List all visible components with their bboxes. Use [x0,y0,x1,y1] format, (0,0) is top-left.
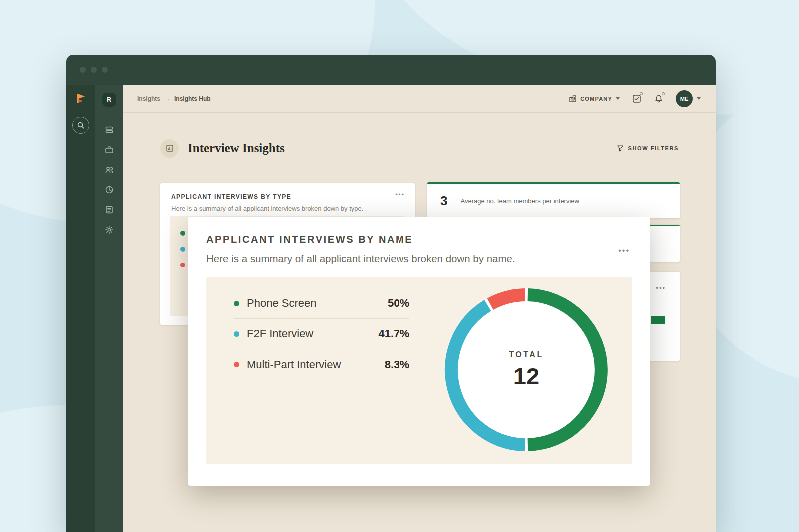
pie-chart-icon[interactable] [105,185,114,194]
window-control-dot[interactable] [102,67,108,73]
legend-row: F2F Interview 41.7% [234,319,409,349]
company-building-icon [569,95,577,103]
legend-value: 41.7% [379,327,409,340]
company-label: COMPANY [580,96,612,102]
breadcrumb-insights-hub[interactable]: Insights Hub [174,95,211,102]
legend-dot-red [180,263,185,267]
legend-label: Multi-Part Interview [247,358,341,371]
company-switcher[interactable]: COMPANY [569,95,620,103]
legend-row: Multi-Part Interview 8.3% [234,349,409,380]
insights-chart-icon [160,139,179,158]
card-avg-team-members: 3 Average no. team members per interview [427,182,680,218]
card-interviews-by-name: APPLICANT INTERVIEWS BY NAME ••• Here is… [188,217,650,486]
window-control-dot[interactable] [91,67,97,73]
insights-document-icon[interactable] [105,205,114,214]
notification-dot [640,92,643,95]
team-icon[interactable] [105,165,114,174]
page-content: Interview Insights SHOW FILTERS APPLICAN… [123,113,716,532]
page-title: Interview Insights [188,141,285,155]
legend-dot [234,301,239,306]
overflow-menu-icon[interactable]: ••• [618,247,630,255]
donut-total-label: TOTAL [509,350,543,359]
stat-label: Average no. team members per interview [460,197,579,205]
app-window: R [66,55,716,532]
app-logo-icon[interactable] [73,91,88,106]
mini-bar-chart [651,316,665,324]
filter-funnel-icon [617,145,624,152]
tasks-checkbox-icon[interactable] [632,94,642,104]
card-title: APPLICANT INTERVIEWS BY TYPE [171,193,404,200]
modal-title: APPLICANT INTERVIEWS BY NAME [206,234,632,245]
legend-dot [234,362,239,367]
breadcrumb-insights[interactable]: Insights [137,95,160,102]
user-menu[interactable]: ME [676,90,701,107]
legend-dot-teal [180,247,185,252]
pipeline-list-icon[interactable] [105,125,114,134]
legend-value: 8.3% [385,358,409,371]
breadcrumb-arrow: → [164,95,170,102]
overflow-menu-icon[interactable]: ••• [395,191,405,198]
bell-icon[interactable] [654,94,664,104]
legend-row: Phone Screen 50% [234,288,409,319]
donut-chart: TOTAL 12 [441,285,611,455]
modal-description: Here is a summary of all applicant inter… [206,253,632,265]
workspace-avatar[interactable]: R [102,93,116,107]
main-area: Insights → Insights Hub [123,85,716,532]
legend-label: Phone Screen [247,297,316,310]
stat-value: 3 [440,193,447,209]
chevron-down-icon [616,97,620,100]
briefcase-icon[interactable] [105,145,114,154]
show-filters-label: SHOW FILTERS [628,145,679,151]
chevron-down-icon [697,97,701,100]
donut-chart-panel: Phone Screen 50% F2F Interview 41.7% Mul… [206,277,632,464]
search-people-icon[interactable] [72,117,89,134]
notification-dot [662,92,665,95]
legend-dot-green [180,231,185,236]
user-avatar: ME [676,90,693,107]
legend-value: 50% [388,297,409,310]
top-bar: Insights → Insights Hub [123,85,716,113]
breadcrumb: Insights → Insights Hub [137,95,211,102]
legend-label: F2F Interview [247,327,313,340]
legend-dot [234,331,239,337]
chart-legend: Phone Screen 50% F2F Interview 41.7% Mul… [234,288,409,380]
card-description: Here is a summary of all applicant inter… [171,205,404,212]
donut-total-value: 12 [513,362,539,390]
window-titlebar [66,55,716,85]
overflow-menu-icon[interactable]: ••• [656,285,666,291]
settings-gear-icon[interactable] [105,225,114,234]
secondary-rail: R [95,85,123,532]
window-control-dot[interactable] [80,67,86,73]
primary-rail [66,85,95,532]
show-filters-button[interactable]: SHOW FILTERS [617,145,679,152]
